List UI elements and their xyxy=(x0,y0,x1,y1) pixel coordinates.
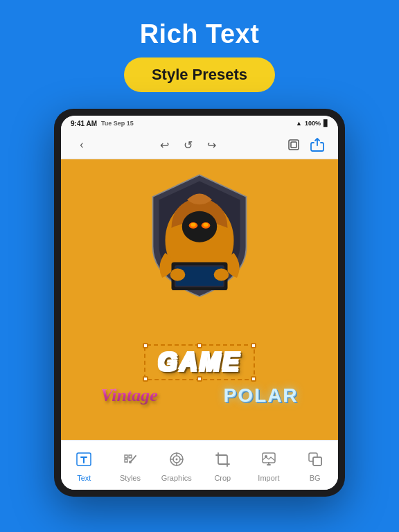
back-button[interactable]: ‹ xyxy=(72,135,91,154)
svg-rect-18 xyxy=(263,453,275,463)
toolbar-right xyxy=(284,135,327,154)
text-icon xyxy=(75,450,93,471)
tool-import[interactable]: Import xyxy=(249,450,287,482)
crop-label: Crop xyxy=(214,474,231,482)
status-time: 9:41 AM xyxy=(71,120,97,127)
main-title: Rich Text xyxy=(140,19,260,49)
svg-point-3 xyxy=(182,211,217,242)
tool-graphics[interactable]: Graphics xyxy=(157,450,195,482)
tool-crop[interactable]: Crop xyxy=(204,450,242,482)
toolbar-left: ‹ xyxy=(72,135,91,154)
handle-bm xyxy=(197,376,202,382)
crop-icon xyxy=(213,450,231,471)
import-icon xyxy=(260,450,278,471)
vintage-text[interactable]: Vintage xyxy=(100,385,157,406)
svg-rect-1 xyxy=(291,142,296,148)
bottom-text-row: Vintage POLAR xyxy=(61,384,338,407)
game-text: GAME xyxy=(158,348,241,377)
status-right: ▲ 100% ▊ xyxy=(296,120,328,127)
graphics-icon xyxy=(168,450,186,471)
styles-label: Styles xyxy=(120,474,141,482)
svg-point-19 xyxy=(265,455,267,458)
bg-icon xyxy=(306,450,324,471)
tablet-device: 9:41 AM Tue Sep 15 ▲ 100% ▊ ‹ ↩ ↺ ↪ xyxy=(54,109,345,497)
graphics-label: Graphics xyxy=(161,474,192,482)
svg-point-11 xyxy=(170,269,186,281)
game-text-selection[interactable]: GAME xyxy=(144,344,255,380)
mascot-graphic xyxy=(137,165,262,303)
handle-bl xyxy=(143,376,148,382)
layers-button[interactable] xyxy=(284,135,303,154)
undo-button[interactable]: ↩ xyxy=(154,135,174,154)
tool-text[interactable]: Text xyxy=(65,450,103,482)
status-date: Tue Sep 15 xyxy=(101,120,134,127)
battery-text: 100% xyxy=(305,120,321,127)
wifi-icon: ▲ xyxy=(296,120,302,127)
handle-tl xyxy=(143,343,148,348)
top-toolbar: ‹ ↩ ↺ ↪ xyxy=(61,131,338,159)
handle-br xyxy=(251,376,256,382)
tablet-screen: 9:41 AM Tue Sep 15 ▲ 100% ▊ ‹ ↩ ↺ ↪ xyxy=(61,116,338,490)
handle-tr xyxy=(251,343,256,348)
style-presets-badge: Style Presets xyxy=(124,57,275,92)
tool-bg[interactable]: BG xyxy=(296,450,334,482)
redo-button[interactable]: ↺ xyxy=(178,135,197,154)
forward-button[interactable]: ↪ xyxy=(202,135,221,154)
svg-point-7 xyxy=(203,223,208,227)
svg-point-12 xyxy=(214,269,229,281)
svg-point-6 xyxy=(190,223,195,227)
svg-point-14 xyxy=(129,461,132,463)
header-section: Rich Text Style Presets xyxy=(124,0,275,92)
toolbar-center: ↩ ↺ ↪ xyxy=(154,135,221,154)
style-presets-text: Style Presets xyxy=(152,66,247,83)
export-button[interactable] xyxy=(308,135,327,154)
battery-icon: ▊ xyxy=(323,120,328,127)
import-label: Import xyxy=(258,474,279,482)
text-label: Text xyxy=(77,474,91,482)
polar-text[interactable]: POLAR xyxy=(224,384,299,407)
svg-point-17 xyxy=(175,458,177,460)
bottom-toolbar: Text Styles xyxy=(61,440,338,490)
status-bar: 9:41 AM Tue Sep 15 ▲ 100% ▊ xyxy=(61,116,338,131)
styles-icon xyxy=(121,450,139,471)
tool-styles[interactable]: Styles xyxy=(111,450,149,482)
svg-rect-0 xyxy=(289,140,299,150)
svg-rect-21 xyxy=(313,457,321,466)
bg-label: BG xyxy=(310,474,321,482)
canvas-area[interactable]: GAME Vintage POLAR xyxy=(61,159,338,440)
